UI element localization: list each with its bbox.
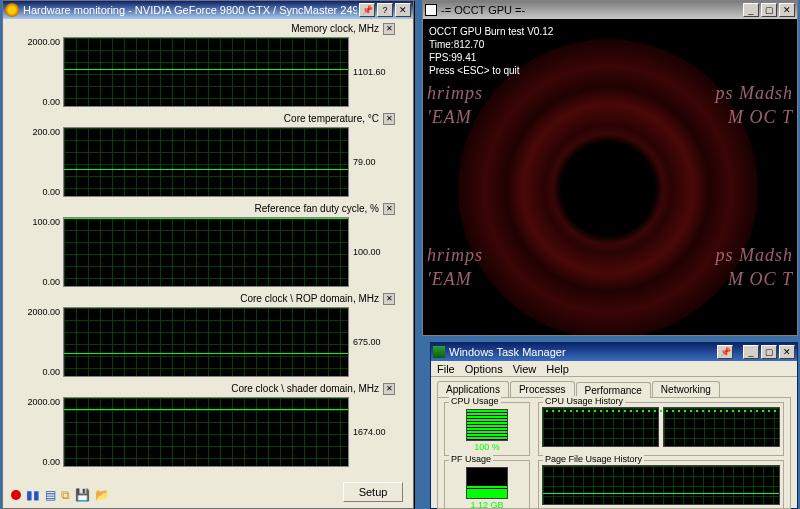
current-value: 79.00 — [349, 127, 395, 197]
group-label: CPU Usage History — [543, 396, 625, 406]
plot — [63, 217, 349, 287]
y-axis: 100.000.00 — [21, 217, 63, 287]
chart-title: Core clock \ ROP domain, MHz — [240, 293, 379, 304]
watermark: M OC T — [728, 107, 793, 128]
record-icon[interactable] — [11, 490, 21, 500]
ytick-bot: 0.00 — [42, 97, 60, 107]
chart-close-button[interactable]: ✕ — [383, 293, 395, 305]
tab-applications[interactable]: Applications — [437, 381, 509, 397]
maximize-button[interactable]: ▢ — [761, 3, 777, 17]
chart-2: Reference fan duty cycle, %✕100.000.0010… — [21, 203, 395, 287]
occt-window: -= OCCT GPU =- _ ▢ ✕ OCCT GPU Burn test … — [422, 0, 798, 336]
current-value: 100.00 — [349, 217, 395, 287]
y-axis: 2000.000.00 — [21, 397, 63, 467]
chart-3: Core clock \ ROP domain, MHz✕2000.000.00… — [21, 293, 395, 377]
cpu-value: 100 % — [448, 442, 526, 452]
hw-title: Hardware monitoring - NVIDIA GeForce 980… — [23, 4, 357, 16]
hw-body: Memory clock, MHz✕2000.000.001101.60Core… — [3, 19, 413, 508]
ytick-bot: 0.00 — [42, 367, 60, 377]
cpu-history-chart — [542, 407, 780, 447]
open-icon[interactable]: 📂 — [95, 488, 110, 502]
y-axis: 2000.000.00 — [21, 307, 63, 377]
group-label: Page File Usage History — [543, 454, 644, 464]
plot — [63, 307, 349, 377]
occt-overlay-text: OCCT GPU Burn test V0.12 Time:812.70 FPS… — [429, 25, 553, 77]
ytick-top: 2000.00 — [27, 397, 60, 407]
watermark: 'EAM — [427, 107, 472, 128]
pin-button[interactable]: 📌 — [359, 3, 375, 17]
render-vortex — [458, 39, 758, 335]
occt-viewport: OCCT GPU Burn test V0.12 Time:812.70 FPS… — [423, 19, 797, 335]
plot — [63, 37, 349, 107]
cpu-gauge — [466, 409, 508, 441]
ytick-bot: 0.00 — [42, 187, 60, 197]
ytick-top: 2000.00 — [27, 307, 60, 317]
menu-options[interactable]: Options — [465, 363, 503, 374]
pause-icon[interactable]: ▮▮ — [26, 488, 40, 502]
occt-app-icon — [425, 4, 437, 16]
tm-menubar: File Options View Help — [431, 361, 797, 377]
hw-titlebar[interactable]: Hardware monitoring - NVIDIA GeForce 980… — [3, 1, 413, 19]
current-value: 1101.60 — [349, 37, 395, 107]
help-button[interactable]: ? — [377, 3, 393, 17]
chart-close-button[interactable]: ✕ — [383, 383, 395, 395]
minimize-button[interactable]: _ — [743, 345, 759, 359]
watermark: hrimps — [427, 245, 483, 266]
watermark: 'EAM — [427, 269, 472, 290]
pf-usage-group: PF Usage 1.12 GB — [444, 460, 530, 509]
double-icon[interactable]: ⧉ — [61, 488, 70, 502]
tab-networking[interactable]: Networking — [652, 381, 720, 397]
tm-titlebar[interactable]: Windows Task Manager 📌 _ ▢ ✕ — [431, 343, 797, 361]
task-manager-window: Windows Task Manager 📌 _ ▢ ✕ File Option… — [430, 342, 798, 509]
chart-title: Core temperature, °C — [284, 113, 379, 124]
cpu-usage-group: CPU Usage 100 % — [444, 402, 530, 456]
current-value: 1674.00 — [349, 397, 395, 467]
tm-performance-panel: CPU Usage 100 % CPU Usage History PF Usa… — [437, 397, 791, 509]
tm-title: Windows Task Manager — [449, 346, 715, 358]
ytick-bot: 0.00 — [42, 277, 60, 287]
occt-titlebar[interactable]: -= OCCT GPU =- _ ▢ ✕ — [423, 1, 797, 19]
chart-title: Core clock \ shader domain, MHz — [231, 383, 379, 394]
watermark: ps Madsh — [715, 245, 793, 266]
pf-value: 1.12 GB — [448, 500, 526, 509]
close-button[interactable]: ✕ — [395, 3, 411, 17]
tm-tabs: Applications Processes Performance Netwo… — [437, 381, 791, 397]
pf-gauge — [466, 467, 508, 499]
minimize-button[interactable]: _ — [743, 3, 759, 17]
chart-close-button[interactable]: ✕ — [383, 203, 395, 215]
occt-line1: OCCT GPU Burn test V0.12 — [429, 25, 553, 38]
chart-close-button[interactable]: ✕ — [383, 113, 395, 125]
close-button[interactable]: ✕ — [779, 3, 795, 17]
chart-0: Memory clock, MHz✕2000.000.001101.60 — [21, 23, 395, 107]
menu-help[interactable]: Help — [546, 363, 569, 374]
occt-title: -= OCCT GPU =- — [441, 4, 741, 16]
hardware-monitoring-window: Hardware monitoring - NVIDIA GeForce 980… — [2, 0, 414, 509]
close-button[interactable]: ✕ — [779, 345, 795, 359]
pin-button[interactable]: 📌 — [717, 345, 733, 359]
maximize-button[interactable]: ▢ — [761, 345, 777, 359]
tm-app-icon — [433, 346, 445, 358]
plot — [63, 397, 349, 467]
ytick-top: 2000.00 — [27, 37, 60, 47]
chart-4: Core clock \ shader domain, MHz✕2000.000… — [21, 383, 395, 467]
current-value: 675.00 — [349, 307, 395, 377]
occt-line3: FPS:99.41 — [429, 51, 553, 64]
menu-view[interactable]: View — [513, 363, 537, 374]
chart-close-button[interactable]: ✕ — [383, 23, 395, 35]
strip-icon[interactable]: ▤ — [45, 488, 56, 502]
watermark: ps Madsh — [715, 83, 793, 104]
menu-file[interactable]: File — [437, 363, 455, 374]
tab-processes[interactable]: Processes — [510, 381, 575, 397]
pf-history-group: Page File Usage History — [538, 460, 784, 509]
watermark: M OC T — [728, 269, 793, 290]
chart-1: Core temperature, °C✕200.000.0079.00 — [21, 113, 395, 197]
group-label: CPU Usage — [449, 396, 501, 406]
group-label: PF Usage — [449, 454, 493, 464]
occt-line4: Press <ESC> to quit — [429, 64, 553, 77]
plot — [63, 127, 349, 197]
cpu-history-group: CPU Usage History — [538, 402, 784, 456]
chart-title: Reference fan duty cycle, % — [254, 203, 379, 214]
ytick-top: 200.00 — [32, 127, 60, 137]
setup-button[interactable]: Setup — [343, 482, 403, 502]
save-icon[interactable]: 💾 — [75, 488, 90, 502]
